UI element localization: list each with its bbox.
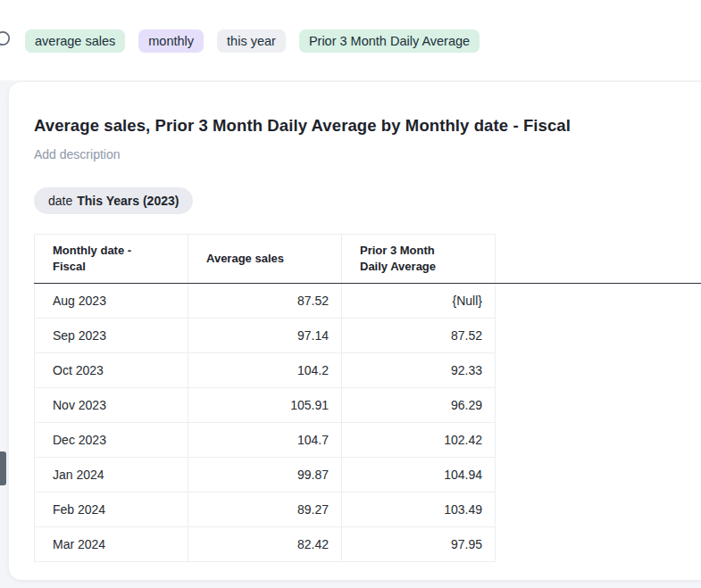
cell-value[interactable]: 87.52 <box>342 319 496 353</box>
table-header-row: Monthly date - FiscalAverage salesPrior … <box>35 235 701 284</box>
table-row: Sep 202397.1487.52 <box>35 319 701 353</box>
cell-date[interactable]: Aug 2023 <box>35 284 188 319</box>
cell-value[interactable]: 104.7 <box>188 423 342 458</box>
top-search-bar: average salesmonthlythis yearPrior 3 Mon… <box>0 0 701 80</box>
cell-empty <box>496 284 701 319</box>
cell-empty <box>496 527 701 562</box>
cell-value[interactable]: 99.87 <box>188 458 342 493</box>
search-icon[interactable] <box>0 29 13 53</box>
add-description-link[interactable]: Add description <box>34 147 121 161</box>
cell-empty <box>496 353 701 388</box>
column-header[interactable]: Average sales <box>188 235 342 284</box>
question-card-content: Average sales, Prior 3 Month Daily Avera… <box>9 82 701 562</box>
cell-value[interactable]: 103.49 <box>342 493 496 527</box>
cell-value[interactable]: 104.2 <box>188 353 342 388</box>
cell-date[interactable]: Feb 2024 <box>35 493 188 527</box>
search-token[interactable]: monthly <box>138 29 204 53</box>
cell-value[interactable]: 104.94 <box>342 458 496 493</box>
cell-value[interactable]: 102.42 <box>342 423 496 458</box>
search-token[interactable]: Prior 3 Month Daily Average <box>299 29 480 53</box>
table-row: Oct 2023104.292.33 <box>35 353 701 388</box>
left-edge-artifact <box>0 451 6 485</box>
page-title: Average sales, Prior 3 Month Daily Avera… <box>34 116 701 136</box>
cell-date[interactable]: Jan 2024 <box>35 458 188 493</box>
search-token-list: average salesmonthlythis yearPrior 3 Mon… <box>25 29 480 53</box>
cell-value[interactable]: 105.91 <box>188 388 342 423</box>
cell-value[interactable]: 96.29 <box>342 388 496 423</box>
cell-value[interactable]: 92.33 <box>342 353 496 388</box>
search-row: average salesmonthlythis yearPrior 3 Mon… <box>0 28 480 54</box>
filter-row: date This Years (2023) <box>34 187 701 214</box>
column-header[interactable]: Monthly date - Fiscal <box>35 235 188 284</box>
column-header-empty <box>496 235 701 284</box>
cell-empty <box>496 319 701 353</box>
filter-field-label: date <box>48 194 72 208</box>
question-card: Average sales, Prior 3 Month Daily Avera… <box>9 82 701 580</box>
cell-date[interactable]: Oct 2023 <box>35 353 188 388</box>
table-row: Jan 202499.87104.94 <box>35 458 701 493</box>
table-body: Aug 202387.52{Null}Sep 202397.1487.52Oct… <box>35 284 701 562</box>
cell-empty <box>496 458 701 493</box>
cell-empty <box>496 493 701 527</box>
table-row: Nov 2023105.9196.29 <box>35 388 701 423</box>
cell-value[interactable]: 82.42 <box>188 527 342 562</box>
filter-value-label: This Years (2023) <box>77 194 179 208</box>
results-table: Monthly date - FiscalAverage salesPrior … <box>34 234 701 562</box>
table-row: Aug 202387.52{Null} <box>35 284 701 319</box>
cell-empty <box>496 388 701 423</box>
cell-date[interactable]: Nov 2023 <box>35 388 188 423</box>
table-row: Mar 202482.4297.95 <box>35 527 701 562</box>
search-token[interactable]: this year <box>217 29 286 53</box>
table-row: Dec 2023104.7102.42 <box>35 423 701 458</box>
filter-pill[interactable]: date This Years (2023) <box>34 187 193 214</box>
search-token[interactable]: average sales <box>25 29 125 53</box>
cell-value[interactable]: {Null} <box>342 284 496 319</box>
cell-date[interactable]: Dec 2023 <box>35 423 188 458</box>
cell-date[interactable]: Mar 2024 <box>35 527 188 562</box>
cell-value[interactable]: 97.95 <box>342 527 496 562</box>
cell-value[interactable]: 89.27 <box>188 493 342 527</box>
table-row: Feb 202489.27103.49 <box>35 493 701 527</box>
column-header[interactable]: Prior 3 Month Daily Average <box>342 235 496 284</box>
cell-empty <box>496 423 701 458</box>
cell-date[interactable]: Sep 2023 <box>35 319 188 353</box>
cell-value[interactable]: 97.14 <box>188 319 342 353</box>
cell-value[interactable]: 87.52 <box>188 284 342 319</box>
